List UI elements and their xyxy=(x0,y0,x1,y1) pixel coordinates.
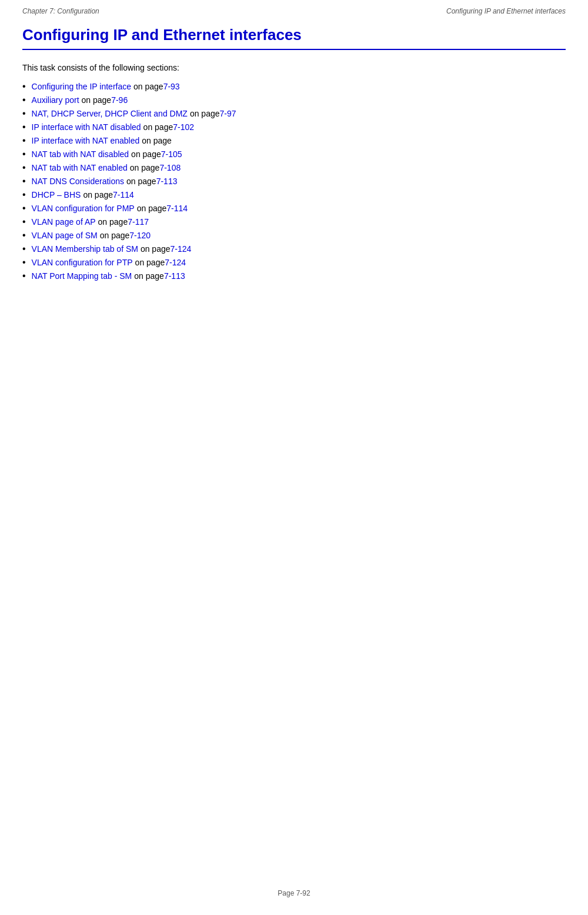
page-ref: 7-114 xyxy=(113,190,134,199)
page-ref: 7-117 xyxy=(128,217,149,227)
on-page-text: on page xyxy=(98,217,128,227)
page-title: Configuring IP and Ethernet interfaces xyxy=(22,26,566,44)
page-ref: 7-120 xyxy=(129,231,151,240)
page-ref: 7-114 xyxy=(166,204,188,213)
intro-text: This task consists of the following sect… xyxy=(22,63,566,72)
bullet-icon: • xyxy=(22,95,26,105)
page-ref: 7-96 xyxy=(111,95,128,105)
toc-link[interactable]: NAT Port Mapping tab - SM xyxy=(32,271,132,281)
bullet-icon: • xyxy=(22,244,26,254)
bullet-icon: • xyxy=(22,190,26,199)
list-item: •DHCP – BHS on page 7-114 xyxy=(22,190,566,199)
on-page-text: on page xyxy=(143,122,173,132)
page-ref: 7-97 xyxy=(220,109,236,118)
toc-link[interactable]: VLAN configuration for PMP xyxy=(32,204,135,213)
toc-link[interactable]: IP interface with NAT enabled xyxy=(32,136,140,145)
page-ref: 7-105 xyxy=(161,149,182,159)
list-item: •Configuring the IP interface on page 7-… xyxy=(22,82,566,91)
toc-link[interactable]: IP interface with NAT disabled xyxy=(32,122,141,132)
header-left: Chapter 7: Configuration xyxy=(22,7,99,15)
page-footer: Page 7-92 xyxy=(0,889,588,897)
list-item: •VLAN configuration for PTP on page 7-12… xyxy=(22,258,566,267)
toc-link[interactable]: VLAN page of AP xyxy=(32,217,96,227)
bullet-icon: • xyxy=(22,258,26,267)
toc-link[interactable]: NAT tab with NAT disabled xyxy=(32,149,129,159)
toc-link[interactable]: Configuring the IP interface xyxy=(32,82,131,91)
title-divider xyxy=(22,49,566,50)
toc-link[interactable]: VLAN Membership tab of SM xyxy=(32,244,138,254)
on-page-text: on page xyxy=(82,95,112,105)
list-item: •NAT tab with NAT enabled on page 7-108 xyxy=(22,163,566,172)
toc-link[interactable]: VLAN page of SM xyxy=(32,231,98,240)
on-page-text: on page xyxy=(137,204,167,213)
list-item: •NAT Port Mapping tab - SM on page 7-113 xyxy=(22,271,566,281)
bullet-icon: • xyxy=(22,271,26,281)
toc-link[interactable]: VLAN configuration for PTP xyxy=(32,258,133,267)
bullet-icon: • xyxy=(22,136,26,145)
on-page-text: on page xyxy=(126,177,156,186)
on-page-text: on page xyxy=(142,136,172,145)
bullet-icon: • xyxy=(22,163,26,172)
toc-link[interactable]: NAT, DHCP Server, DHCP Client and DMZ xyxy=(32,109,188,118)
list-item: •IP interface with NAT enabled on page xyxy=(22,136,566,145)
list-item: •NAT tab with NAT disabled on page 7-105 xyxy=(22,149,566,159)
page-ref: 7-113 xyxy=(156,177,178,186)
page-ref: 7-124 xyxy=(171,244,192,254)
bullet-icon: • xyxy=(22,109,26,118)
on-page-text: on page xyxy=(135,258,165,267)
list-item: •VLAN configuration for PMP on page 7-11… xyxy=(22,204,566,213)
page-ref: 7-113 xyxy=(164,271,185,281)
toc-link[interactable]: Auxiliary port xyxy=(32,95,79,105)
on-page-text: on page xyxy=(130,163,160,172)
page-ref: 7-124 xyxy=(165,258,186,267)
header-right: Configuring IP and Ethernet interfaces xyxy=(446,7,566,15)
on-page-text: on page xyxy=(131,149,161,159)
list-item: •Auxiliary port on page 7-96 xyxy=(22,95,566,105)
bullet-icon: • xyxy=(22,82,26,91)
main-content: Configuring IP and Ethernet interfaces T… xyxy=(0,26,588,281)
toc-link[interactable]: NAT DNS Considerations xyxy=(32,177,124,186)
list-item: •NAT DNS Considerations on page 7-113 xyxy=(22,177,566,186)
page-header: Chapter 7: Configuration Configuring IP … xyxy=(0,0,588,20)
bullet-icon: • xyxy=(22,217,26,227)
page-ref: 7-102 xyxy=(173,122,194,132)
toc-list: •Configuring the IP interface on page 7-… xyxy=(22,82,566,281)
page-number: Page 7-92 xyxy=(278,889,310,897)
list-item: •VLAN Membership tab of SM on page 7-124 xyxy=(22,244,566,254)
on-page-text: on page xyxy=(190,109,220,118)
on-page-text: on page xyxy=(133,82,163,91)
toc-link[interactable]: NAT tab with NAT enabled xyxy=(32,163,128,172)
bullet-icon: • xyxy=(22,231,26,240)
page-ref: 7-108 xyxy=(159,163,181,172)
on-page-text: on page xyxy=(83,190,113,199)
list-item: •VLAN page of SM on page 7-120 xyxy=(22,231,566,240)
toc-link[interactable]: DHCP – BHS xyxy=(32,190,81,199)
on-page-text: on page xyxy=(134,271,164,281)
list-item: •IP interface with NAT disabled on page … xyxy=(22,122,566,132)
bullet-icon: • xyxy=(22,204,26,213)
bullet-icon: • xyxy=(22,177,26,186)
list-item: •VLAN page of AP on page 7-117 xyxy=(22,217,566,227)
on-page-text: on page xyxy=(100,231,130,240)
page-ref: 7-93 xyxy=(163,82,180,91)
on-page-text: on page xyxy=(141,244,171,254)
bullet-icon: • xyxy=(22,122,26,132)
bullet-icon: • xyxy=(22,149,26,159)
list-item: •NAT, DHCP Server, DHCP Client and DMZ o… xyxy=(22,109,566,118)
